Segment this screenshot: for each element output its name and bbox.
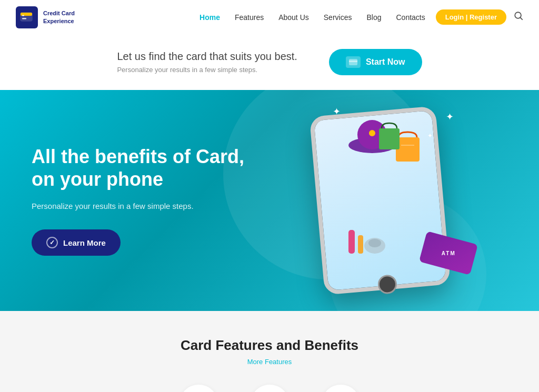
- nav-item-about[interactable]: About Us: [278, 13, 309, 22]
- svg-point-10: [369, 130, 375, 136]
- nav-links: Home Features About Us Services Blog Con…: [199, 13, 425, 22]
- nav-item-blog[interactable]: Blog: [366, 13, 381, 22]
- phone-container: ATM ✦ ✦ ✦: [296, 111, 464, 290]
- check-icon: ✓: [46, 237, 58, 248]
- search-icon: [514, 11, 523, 21]
- hero-banner-body: Personalize your results in a few simple…: [32, 200, 253, 213]
- features-heading: Card Features and Benefits: [32, 337, 507, 354]
- brand-name: Credit Card Experience: [43, 9, 75, 25]
- svg-rect-13: [379, 128, 400, 149]
- svg-rect-3: [22, 15, 24, 16]
- sparkle-decoration-3: ✦: [427, 132, 433, 139]
- nav-item-home[interactable]: Home: [199, 13, 220, 22]
- nav-item-services[interactable]: Services: [324, 13, 352, 22]
- nav-item-contacts[interactable]: Contacts: [396, 13, 425, 22]
- hero-top-text: Let us find the card that suits you best…: [117, 51, 297, 74]
- shopping-bag-green: [377, 119, 401, 153]
- sparkle-decoration-1: ✦: [333, 106, 341, 117]
- sparkle-decoration-2: ✦: [446, 111, 454, 123]
- svg-point-17: [368, 239, 381, 247]
- feature-icon-1: $: [179, 385, 218, 392]
- svg-rect-14: [348, 230, 355, 254]
- learn-more-button[interactable]: ✓ Learn More: [32, 229, 121, 256]
- svg-rect-2: [22, 18, 26, 19]
- hero-top-heading: Let us find the card that suits you best…: [117, 51, 297, 63]
- hero-top-section: Let us find the card that suits you best…: [0, 34, 539, 90]
- search-button[interactable]: [514, 11, 523, 23]
- navbar: Credit Card Experience Home Features Abo…: [0, 0, 539, 34]
- feature-icon-3: [321, 385, 361, 392]
- hero-banner: All the benefits of Card, on your phone …: [0, 90, 539, 311]
- more-features-link[interactable]: More Features: [32, 358, 507, 366]
- logo-area: Credit Card Experience: [16, 6, 75, 28]
- start-now-icon: [346, 56, 361, 68]
- atm-card-label: ATM: [442, 250, 456, 256]
- svg-line-5: [520, 17, 522, 19]
- svg-rect-15: [358, 235, 363, 254]
- hero-banner-content: All the benefits of Card, on your phone …: [32, 145, 253, 256]
- hero-phone-illustration: ATM ✦ ✦ ✦: [253, 111, 507, 290]
- login-register-button[interactable]: Login | Register: [436, 9, 506, 25]
- logo-icon: [16, 6, 38, 28]
- credit-card-icon: [349, 59, 357, 65]
- features-section: Card Features and Benefits More Features…: [0, 311, 539, 392]
- hero-top-subtext: Personalize your results in a few simple…: [117, 66, 297, 74]
- nav-item-features[interactable]: Features: [235, 13, 264, 22]
- hero-banner-heading: All the benefits of Card, on your phone: [32, 145, 253, 190]
- features-icons-row: $: [32, 385, 507, 392]
- svg-rect-7: [349, 61, 357, 62]
- cosmetics-decoration: [338, 225, 391, 258]
- feature-icon-2: [250, 385, 290, 392]
- start-now-button[interactable]: Start Now: [329, 49, 422, 75]
